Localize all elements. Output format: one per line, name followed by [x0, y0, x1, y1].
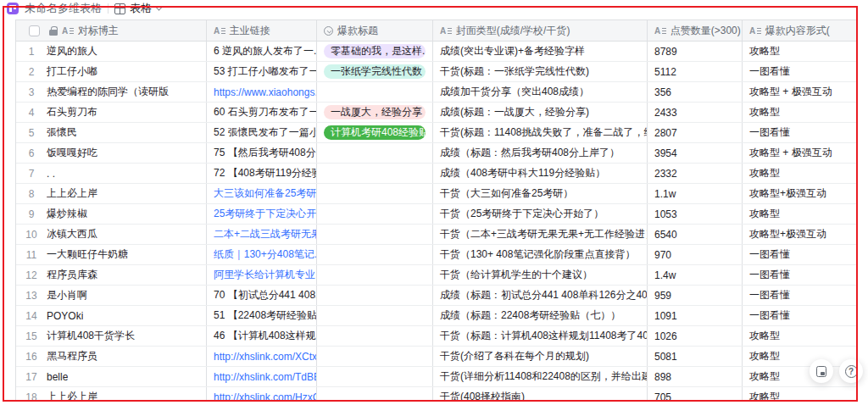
cell-cover-type[interactable]: 成绩(突出专业课)+备考经验字样: [433, 42, 648, 61]
cell-cover-type[interactable]: 干货(介绍了各科在每个月的规划): [433, 347, 648, 366]
link-text[interactable]: http://xhslink.com/XCtxAA: [214, 351, 317, 363]
cell-hot-title[interactable]: [317, 245, 433, 264]
cell-content-format[interactable]: 攻略型: [743, 42, 858, 61]
cell-content-format[interactable]: 攻略型: [743, 164, 858, 183]
link-text[interactable]: 纸质｜130+分408笔记...: [214, 247, 317, 262]
cell-content-format[interactable]: 攻略型: [743, 347, 858, 366]
cell-hot-title[interactable]: 计算机考研408经验贴: [317, 123, 433, 142]
cell-blogger[interactable]: 9 爆炒辣椒: [16, 204, 207, 224]
cell-likes[interactable]: 705: [648, 387, 743, 402]
cell-link[interactable]: 72 【408考研119分经验...: [207, 164, 317, 183]
cell-hot-title[interactable]: 零基础的我，是这样...: [317, 42, 433, 61]
cell-link[interactable]: 46 【计算机408这样规...: [207, 326, 317, 346]
link-text[interactable]: 46 【计算机408这样规...: [214, 329, 317, 343]
cell-likes[interactable]: 1.4w: [648, 265, 743, 285]
cell-hot-title[interactable]: [317, 286, 433, 305]
cell-link[interactable]: http://xhslink.com/HzxC...: [207, 387, 317, 402]
cell-cover-type[interactable]: 成绩(标题：一战厦大，经验分享): [433, 103, 648, 122]
cell-content-format[interactable]: 攻略型: [743, 326, 858, 346]
cell-blogger[interactable]: 5 張懷民: [16, 123, 207, 142]
cell-content-format[interactable]: 攻略型 + 极强互动: [743, 143, 858, 163]
cell-hot-title[interactable]: [317, 265, 433, 285]
cell-likes[interactable]: 3954: [648, 143, 743, 163]
cell-link[interactable]: 6 逆风的旅人发布了一...: [207, 42, 317, 61]
cell-likes[interactable]: 1.1w: [648, 184, 743, 203]
link-text[interactable]: 25考研终于下定决心开...: [214, 207, 317, 221]
cell-hot-title[interactable]: [317, 326, 433, 346]
cell-blogger[interactable]: 14 POYOki: [16, 306, 207, 325]
cell-likes[interactable]: 5112: [648, 62, 743, 81]
cell-likes[interactable]: 2433: [648, 103, 743, 122]
help-button[interactable]: ?: [839, 359, 863, 383]
cell-cover-type[interactable]: 干货（给计算机学生的十个建议）: [433, 265, 648, 285]
cell-hot-title[interactable]: [317, 347, 433, 366]
link-text[interactable]: 60 石头剪刀布发布了一...: [214, 105, 317, 119]
link-text[interactable]: 53 打工仔小嘟发布了一...: [214, 64, 317, 79]
cell-blogger[interactable]: 17 belle: [16, 367, 207, 386]
document-title[interactable]: 未命名多维表格: [25, 1, 102, 16]
cell-hot-title[interactable]: [317, 387, 433, 402]
link-text[interactable]: http://xhslink.com/HzxC...: [214, 391, 317, 402]
cell-blogger[interactable]: 6 饭嘎嘎好吃: [16, 143, 207, 163]
link-text[interactable]: 51 【22408考研经验贴...: [214, 308, 317, 323]
cell-content-format[interactable]: 一图看懂: [743, 123, 858, 142]
link-text[interactable]: 52 張懷民发布了一篇小...: [214, 125, 317, 140]
cell-hot-title[interactable]: [317, 184, 433, 203]
cell-blogger[interactable]: 3 热爱编程的陈同学（读研版: [16, 82, 207, 102]
cell-content-format[interactable]: 攻略型+极强互动: [743, 184, 858, 203]
link-text[interactable]: 大三该如何准备25考研...: [214, 186, 317, 201]
cell-hot-title[interactable]: [317, 367, 433, 386]
cell-blogger[interactable]: 1 逆风的旅人: [16, 42, 207, 61]
cell-content-format[interactable]: 攻略型+极强互动: [743, 225, 858, 244]
cell-cover-type[interactable]: 成绩（标题：初试总分441 408单科126分之408...: [433, 286, 648, 305]
cell-link[interactable]: 70 【初试总分441 408...: [207, 286, 317, 305]
cell-link[interactable]: 52 張懷民发布了一篇小...: [207, 123, 317, 142]
cell-blogger[interactable]: 7 . .: [16, 164, 207, 183]
cell-content-format[interactable]: 一图看懂: [743, 306, 858, 325]
cell-hot-title[interactable]: 一战厦大，经验分享: [317, 103, 433, 122]
cell-hot-title[interactable]: 一张纸学完线性代数: [317, 62, 433, 81]
cell-hot-title[interactable]: [317, 306, 433, 325]
cell-hot-title[interactable]: [317, 164, 433, 183]
column-header-hot-title[interactable]: 爆款标题: [317, 20, 433, 41]
link-text[interactable]: 6 逆风的旅人发布了一...: [214, 44, 317, 58]
cell-link[interactable]: 53 打工仔小嘟发布了一...: [207, 62, 317, 81]
cell-blogger[interactable]: 4 石头剪刀布: [16, 103, 207, 122]
cell-cover-type[interactable]: 成绩（标题：22408考研经验贴（七））: [433, 306, 648, 325]
cell-link[interactable]: http://xhslink.com/XCtxAA: [207, 347, 317, 366]
cell-cover-type[interactable]: 干货（大三如何准备25考研）: [433, 184, 648, 203]
cell-likes[interactable]: 5081: [648, 347, 743, 366]
cell-blogger[interactable]: 18 上上必上岸: [16, 387, 207, 402]
cell-blogger[interactable]: 2 打工仔小嘟: [16, 62, 207, 81]
cell-likes[interactable]: 2332: [648, 164, 743, 183]
cell-likes[interactable]: 6540: [648, 225, 743, 244]
cell-link[interactable]: 纸质｜130+分408笔记...: [207, 245, 317, 264]
cell-cover-type[interactable]: 成绩加干货分享（突出408成绩）: [433, 82, 648, 102]
cell-blogger[interactable]: 11 一大颗旺仔牛奶糖: [16, 245, 207, 264]
cell-content-format[interactable]: 一图看懂: [743, 62, 858, 81]
cell-hot-title[interactable]: [317, 82, 433, 102]
cell-link[interactable]: http://xhslink.com/TdBB...: [207, 367, 317, 386]
column-header-cover-type[interactable]: A 封面类型(成绩/学校/干货): [433, 20, 648, 41]
cell-cover-type[interactable]: 干货（130+ 408笔记强化阶段重点直接背）: [433, 245, 648, 264]
column-header-likes[interactable]: A 点赞数量(>300): [648, 20, 743, 41]
cell-hot-title[interactable]: [317, 143, 433, 163]
cell-cover-type[interactable]: 成绩（标题：然后我考研408分上岸了）: [433, 143, 648, 163]
cell-cover-type[interactable]: 干货（25考研终于下定决心开始了）: [433, 204, 648, 224]
cell-blogger[interactable]: 10 冰镇大西瓜: [16, 225, 207, 244]
cell-likes[interactable]: 1026: [648, 326, 743, 346]
cell-likes[interactable]: 2807: [648, 123, 743, 142]
cell-content-format[interactable]: 攻略型: [743, 204, 858, 224]
cell-blogger[interactable]: 12 程序员库森: [16, 265, 207, 285]
cell-likes[interactable]: 959: [648, 286, 743, 305]
cell-likes[interactable]: 1091: [648, 306, 743, 325]
cell-link[interactable]: 75 【然后我考研408分...: [207, 143, 317, 163]
cell-link[interactable]: 25考研终于下定决心开...: [207, 204, 317, 224]
cell-blogger[interactable]: 8 上上必上岸: [16, 184, 207, 203]
cell-blogger[interactable]: 15 计算机408干货学长: [16, 326, 207, 346]
cell-cover-type[interactable]: 干货(标题：11408挑战失败了，准备二战了，给...: [433, 123, 648, 142]
link-text[interactable]: https://www.xiaohongs...: [214, 86, 317, 98]
column-header-content-format[interactable]: A 爆款内容形式(: [743, 20, 858, 41]
column-header-link[interactable]: A 主业链接: [207, 20, 317, 41]
link-text[interactable]: 72 【408考研119分经验...: [214, 166, 317, 180]
